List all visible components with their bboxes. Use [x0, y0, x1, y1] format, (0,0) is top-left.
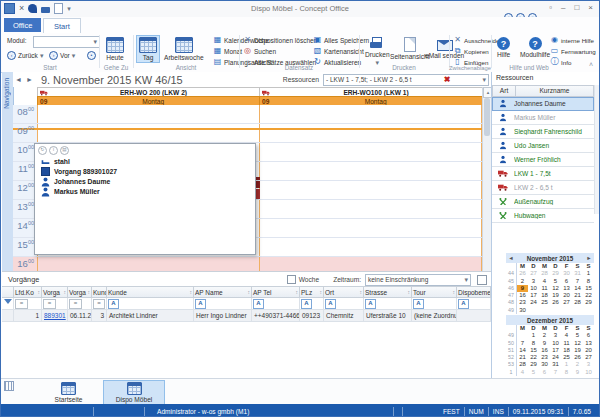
calendar-day[interactable]: 15	[528, 347, 539, 354]
table-cell[interactable]: (keine Zuordnung	[412, 310, 457, 322]
calendar-day[interactable]: 30	[561, 270, 572, 277]
suchen-button[interactable]: ◎ Suchen	[243, 47, 276, 55]
calendar-day[interactable]: 26	[572, 354, 583, 361]
text-filter-icon[interactable]: A	[301, 299, 312, 309]
calendar-day[interactable]: 26	[550, 299, 561, 306]
resource-row[interactable]: Werner Fröhlich	[492, 153, 594, 167]
calendar-day[interactable]: 31	[572, 270, 583, 277]
calendar-day[interactable]: 20	[583, 347, 594, 354]
calendar-day[interactable]: 19	[572, 347, 583, 354]
column-header[interactable]: Ort↕	[324, 286, 364, 298]
calendar-day[interactable]: 26	[517, 270, 528, 277]
calendar-day[interactable]: 19	[550, 292, 561, 299]
calendar-day[interactable]	[561, 307, 572, 314]
popup-clock-icon[interactable]: ↻	[38, 146, 47, 155]
popup-info-icon[interactable]: i	[49, 146, 58, 155]
table-cell[interactable]: 889301	[42, 310, 68, 322]
calendar-day[interactable]	[517, 332, 528, 339]
window-style-icon[interactable]: ▫	[549, 3, 552, 12]
filter-cell[interactable]: A	[412, 298, 457, 310]
numeric-filter-icon[interactable]: =	[43, 299, 56, 309]
calendar-day[interactable]: 8	[528, 340, 539, 347]
tab-startseite[interactable]: Startseite	[39, 380, 98, 405]
calendar-day[interactable]: 1	[561, 361, 572, 368]
grid-corner-cell[interactable]	[2, 286, 14, 298]
column-header[interactable]: PLz↕	[300, 286, 324, 298]
calendar-day[interactable]: 18	[561, 347, 572, 354]
text-filter-icon[interactable]: A	[458, 299, 469, 309]
calendar-day[interactable]: 17	[550, 347, 561, 354]
calendar-day[interactable]: 31	[550, 361, 561, 368]
filter-cell[interactable]: A	[364, 298, 412, 310]
prev-day-icon[interactable]: ◄	[15, 76, 22, 83]
calendar-day[interactable]: 4	[539, 278, 550, 285]
resource-row[interactable]: Markus Müller	[492, 111, 594, 125]
tab-dispo-moebel[interactable]: Dispo Möbel	[103, 380, 165, 405]
filter-cell[interactable]: A	[252, 298, 300, 310]
text-filter-icon[interactable]: A	[325, 299, 336, 309]
sort-icon[interactable]: ↕	[248, 289, 251, 295]
calendar-day[interactable]: 4	[561, 332, 572, 339]
woche-checkbox[interactable]	[287, 275, 296, 284]
calendar-day[interactable]: 6	[583, 332, 594, 339]
filter-cell[interactable]: =	[42, 298, 68, 310]
table-cell[interactable]	[2, 310, 14, 322]
table-cell[interactable]: Chemnitz	[324, 310, 364, 322]
calendar-day[interactable]	[583, 307, 594, 314]
column-header[interactable]: Kunde↕	[92, 286, 107, 298]
calendar-day[interactable]: 1	[528, 332, 539, 339]
calendar-day[interactable]: 30	[517, 307, 528, 314]
calendar-day[interactable]: 7	[517, 340, 528, 347]
modulhilfe-button[interactable]: ? Modulhilfe	[517, 35, 553, 60]
calendar-day[interactable]: 4	[517, 369, 528, 376]
sort-icon[interactable]: ↕	[64, 289, 67, 295]
calendar-day[interactable]: 24	[550, 354, 561, 361]
calendar-day[interactable]	[528, 307, 539, 314]
calendar-day[interactable]: 14	[572, 285, 583, 292]
calendar-day[interactable]: 10	[528, 285, 539, 292]
calendar-day[interactable]: 18	[539, 292, 550, 299]
calendar-day[interactable]: 5	[572, 332, 583, 339]
calendar-day[interactable]: 1	[583, 270, 594, 277]
column-header[interactable]: AP Tel↕	[252, 286, 300, 298]
calendar-day[interactable]: 13	[583, 340, 594, 347]
calendar-day[interactable]: 3	[550, 332, 561, 339]
interne-hilfe-button[interactable]: ◉ interne Hilfe	[550, 36, 594, 44]
resource-row[interactable]: Hubwagen	[492, 209, 594, 223]
filter-dropdown-icon[interactable]: ▾	[482, 76, 486, 84]
resources-scrollbar[interactable]	[594, 85, 600, 214]
calendar-day[interactable]: 24	[528, 299, 539, 306]
table-cell[interactable]	[457, 310, 491, 322]
sort-icon[interactable]: ↕	[320, 289, 323, 295]
calendar-day[interactable]: 28	[572, 299, 583, 306]
filter-icon-cell[interactable]	[2, 298, 14, 310]
scrollbar-thumb[interactable]	[484, 98, 490, 136]
calendar-day[interactable]: 28	[517, 361, 528, 368]
footer-grid-icon[interactable]	[4, 381, 14, 391]
calendar-day[interactable]: 25	[561, 354, 572, 361]
calendar-day[interactable]: 28	[539, 270, 550, 277]
fernwartung-button[interactable]: ▭ Fernwartung	[550, 47, 596, 55]
calendar-day[interactable]: 10	[583, 369, 594, 376]
modul-combobox[interactable]: ▾	[33, 36, 100, 48]
monat-button[interactable]: ▦ Monat	[213, 47, 242, 55]
tab-start[interactable]: Start	[43, 18, 81, 33]
column-header[interactable]: AP Name↕	[194, 286, 252, 298]
sort-icon[interactable]: ↕	[453, 289, 456, 295]
column-header[interactable]: Vorga↕	[42, 286, 68, 298]
calendar-day[interactable]: 8	[561, 369, 572, 376]
zeitraum-combobox[interactable]: keine Einschränkung ▾	[365, 274, 471, 286]
filter-cell[interactable]: A	[194, 298, 252, 310]
table-cell[interactable]: 06.11.2	[68, 310, 92, 322]
calendar-day[interactable]: 27	[583, 354, 594, 361]
kartenansicht-button[interactable]: ▧ Kartenansicht	[313, 47, 364, 55]
calendar-day[interactable]: 3	[528, 278, 539, 285]
table-cell[interactable]: 1	[14, 310, 42, 322]
calendar-day[interactable]: 27	[561, 299, 572, 306]
column-header[interactable]: Kunde↕	[107, 286, 194, 298]
tab-office[interactable]: Office	[4, 18, 41, 32]
back-button[interactable]: ‹ Zurück▾	[7, 51, 43, 60]
calendar-day[interactable]: 22	[583, 292, 594, 299]
calendar-day[interactable]: 9	[539, 340, 550, 347]
kopieren-button[interactable]: ⧉ Kopieren	[453, 47, 489, 55]
